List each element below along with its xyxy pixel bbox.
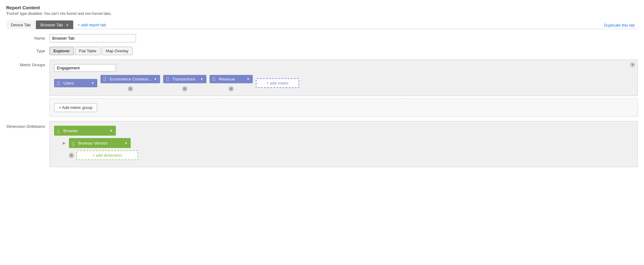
dimension-drilldowns-row: Dimension Drilldowns Browser ▼ ▶	[6, 121, 638, 167]
name-form-content	[49, 34, 638, 42]
type-flat-table-btn[interactable]: Flat Table	[75, 47, 100, 55]
page-title: Report Content	[6, 5, 638, 10]
metric-revenue-chip[interactable]: Revenue ▼	[210, 75, 253, 83]
dimension-area: Browser ▼ ▶ Browser Version ▼ ✕ + add di	[49, 121, 638, 167]
dimension-browser-arrow-icon: ▼	[110, 129, 113, 132]
add-metric-btn[interactable]: + add metric	[256, 78, 299, 88]
metric-revenue-col: Revenue ▼ ✕	[210, 75, 253, 91]
metric-revenue-remove-btn[interactable]: ✕	[229, 86, 234, 91]
type-row: Type Explorer Flat Table Map Overlay	[6, 47, 638, 55]
metric-group-box: ✕ Users ▼	[49, 59, 638, 96]
drag-handle-transactions-icon	[166, 77, 171, 81]
browser-version-dimension-row: ▶ Browser Version ▼	[61, 138, 633, 148]
type-label: Type	[6, 47, 49, 53]
metric-ecommerce-chip[interactable]: Ecommerce Conversi... ▼	[100, 75, 160, 83]
metric-users-label: Users	[63, 81, 89, 85]
add-metric-group-btn[interactable]: + Add metric group	[54, 103, 97, 112]
drag-handle-browser-icon	[57, 128, 61, 134]
metric-groups-wrapper: ✕ Users ▼	[49, 59, 638, 117]
name-label: Name	[6, 34, 49, 41]
add-report-tab-link[interactable]: + add report tab	[74, 21, 110, 29]
tab-device-label: Device Tab	[11, 23, 31, 27]
drag-handle-browser-version-icon	[72, 140, 76, 146]
metric-group-close-btn[interactable]: ✕	[630, 62, 635, 67]
page-container: Report Content 'Funnel' type disabled. Y…	[6, 5, 638, 167]
metric-revenue-arrow-icon: ▼	[247, 77, 250, 81]
metric-group-name-input[interactable]	[54, 64, 116, 72]
duplicate-tab-link[interactable]: Duplicate this tab	[604, 22, 635, 28]
drag-handle-revenue-icon	[213, 77, 217, 81]
dimension-drilldowns-label: Dimension Drilldowns	[6, 121, 49, 129]
drag-handle-ecommerce-icon	[104, 77, 108, 81]
dim-remove-btn[interactable]: ✕	[69, 153, 74, 158]
metric-groups-row: Metric Groups ✕ Users ▼	[6, 59, 638, 117]
tab-device[interactable]: Device Tab	[6, 20, 35, 29]
add-dimension-row: ✕ + add dimension	[69, 150, 633, 160]
expand-arrow-icon[interactable]: ▶	[61, 141, 66, 145]
metrics-row: Users ▼ Ecommerce Conversi... ▼	[54, 75, 633, 91]
add-dimension-btn[interactable]: + add dimension	[76, 150, 138, 160]
metric-transactions-label: Transactions	[172, 77, 198, 81]
name-input[interactable]	[49, 34, 136, 42]
dimension-browser-version-label: Browser Version	[78, 141, 122, 146]
tabs-row: Device Tab Browser Tab ✕ + add report ta…	[6, 20, 638, 29]
metric-ecommerce-arrow-icon: ▼	[154, 77, 157, 81]
tab-browser[interactable]: Browser Tab ✕	[36, 20, 73, 29]
metric-ecommerce-label: Ecommerce Conversi...	[110, 77, 151, 81]
metric-users-arrow-icon: ▼	[91, 81, 94, 85]
metric-ecommerce-col: Ecommerce Conversi... ▼ ✕	[100, 75, 160, 91]
dimension-browser-label: Browser	[63, 128, 107, 133]
browser-dimension-row: Browser ▼	[54, 126, 633, 136]
metric-transactions-col: Transactions ▼ ✕	[163, 75, 206, 91]
type-form-content: Explorer Flat Table Map Overlay	[49, 47, 638, 55]
metric-transactions-chip[interactable]: Transactions ▼	[163, 75, 206, 83]
tab-browser-label: Browser Tab	[40, 23, 63, 27]
metric-users-chip[interactable]: Users ▼	[54, 79, 97, 87]
dimension-browser-version-arrow-icon: ▼	[125, 141, 128, 145]
page-subtitle: 'Funnel' type disabled. You can't mix fu…	[6, 11, 638, 16]
metric-transactions-remove-btn[interactable]: ✕	[182, 86, 187, 91]
metric-transactions-arrow-icon: ▼	[200, 77, 203, 81]
drag-handle-users-icon	[57, 81, 61, 85]
metric-ecommerce-remove-btn[interactable]: ✕	[128, 86, 133, 91]
metric-users-col: Users ▼	[54, 79, 97, 87]
metric-groups-label: Metric Groups	[6, 59, 49, 67]
type-explorer-btn[interactable]: Explorer	[49, 47, 74, 55]
type-map-overlay-btn[interactable]: Map Overlay	[102, 47, 133, 55]
add-metric-group-area: + Add metric group	[49, 98, 638, 117]
tab-browser-close[interactable]: ✕	[66, 23, 69, 27]
dimension-browser-version-chip[interactable]: Browser Version ▼	[69, 138, 131, 148]
name-row: Name	[6, 34, 638, 42]
metric-revenue-label: Revenue	[219, 77, 244, 81]
dimension-browser-chip[interactable]: Browser ▼	[54, 126, 116, 136]
